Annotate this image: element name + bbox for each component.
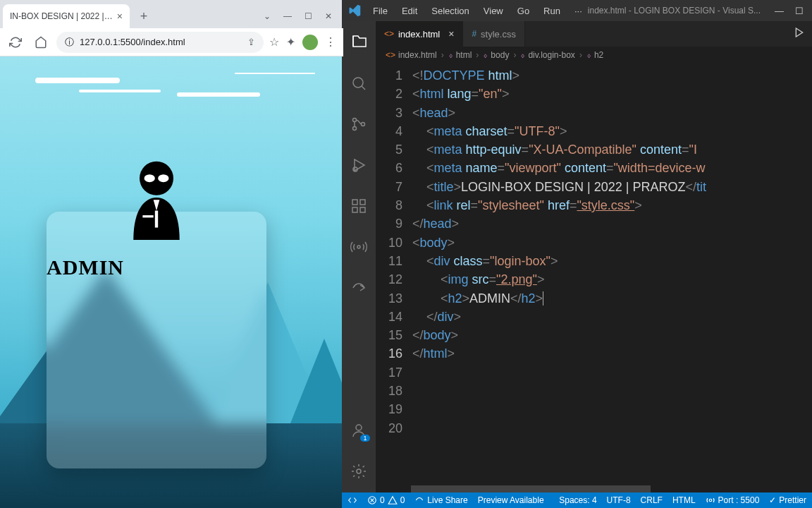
port-indicator[interactable]: Port : 5500: [706, 495, 760, 505]
star-icon[interactable]: ☆: [269, 35, 279, 49]
chevron-down-icon[interactable]: ⌄: [264, 11, 271, 21]
reload-button[interactable]: [6, 32, 25, 52]
element-icon: ⬨: [483, 50, 488, 60]
html-file-icon: <>: [384, 29, 394, 39]
tab-label: style.css: [481, 29, 516, 40]
vscode-titlebar: File Edit Selection View Go Run ··· inde…: [342, 0, 812, 21]
activity-bar: 1: [342, 21, 376, 492]
horizontal-scrollbar[interactable]: [411, 485, 651, 492]
menu-edit[interactable]: Edit: [396, 3, 423, 19]
browser-tab-title: IN-BOX DESIGN | 2022 | PRA: [10, 11, 113, 21]
broadcast-icon[interactable]: [342, 233, 376, 261]
menu-selection[interactable]: Selection: [426, 3, 474, 19]
element-icon: ⬨: [520, 50, 525, 60]
warning-count: 0: [400, 495, 405, 505]
maximize-icon[interactable]: ☐: [304, 11, 312, 21]
language-indicator[interactable]: HTML: [672, 495, 696, 505]
minimize-icon[interactable]: —: [283, 11, 292, 21]
gear-icon[interactable]: [342, 457, 376, 485]
css-file-icon: #: [472, 29, 476, 39]
window-controls: ⌄ — ☐ ✕: [264, 11, 342, 28]
editor-area: <> index.html × # style.css <>index.html…: [376, 21, 812, 492]
extensions-icon[interactable]: [342, 192, 376, 220]
menu-go[interactable]: Go: [512, 3, 535, 19]
browser-toolbar: ⓘ 127.0.0.1:5500/index.html ⇪ ☆ ✦ ⋮: [0, 28, 342, 56]
encoding-indicator[interactable]: UTF-8: [607, 495, 631, 505]
browser-window: IN-BOX DESIGN | 2022 | PRA × + ⌄ — ☐ ✕ ⓘ…: [0, 0, 342, 508]
code-editor[interactable]: 1234567891011121314151617181920 <!DOCTYP…: [376, 64, 812, 492]
tab-index-html[interactable]: <> index.html ×: [376, 21, 463, 47]
info-icon: ⓘ: [65, 36, 74, 49]
explorer-icon[interactable]: [342, 28, 376, 56]
vscode-menu: File Edit Selection View Go Run ···: [367, 3, 588, 19]
vscode-logo-icon: [342, 4, 367, 17]
window-title: index.html - LOGIN BOX DESIGN - Visual S…: [588, 6, 761, 16]
minimize-icon[interactable]: —: [775, 6, 784, 16]
svg-point-7: [352, 119, 356, 122]
svg-point-17: [357, 469, 361, 473]
url-text: 127.0.0.1:5500/index.html: [80, 37, 185, 47]
maximize-icon[interactable]: ☐: [795, 6, 804, 16]
vscode-window: File Edit Selection View Go Run ··· inde…: [342, 0, 812, 508]
html-file-icon: <>: [386, 50, 395, 60]
accounts-badge: 1: [360, 435, 370, 442]
svg-rect-5: [142, 215, 153, 217]
svg-point-3: [158, 174, 168, 182]
remote-indicator[interactable]: [347, 495, 357, 505]
indent-indicator[interactable]: Spaces: 4: [559, 495, 596, 505]
element-icon: ⬨: [448, 50, 453, 60]
source-control-icon[interactable]: [342, 110, 376, 138]
liveshare-arrow-icon[interactable]: [342, 274, 376, 302]
eol-indicator[interactable]: CRLF: [641, 495, 663, 505]
new-tab-button[interactable]: +: [134, 6, 154, 26]
close-icon[interactable]: ×: [117, 11, 123, 22]
close-icon[interactable]: ✕: [325, 11, 332, 21]
tab-style-css[interactable]: # style.css: [463, 21, 525, 47]
svg-point-16: [356, 425, 362, 430]
problems-indicator[interactable]: 0 0: [367, 495, 405, 505]
tab-label: index.html: [398, 29, 440, 40]
line-gutter: 1234567891011121314151617181920: [376, 64, 412, 492]
svg-point-9: [361, 123, 364, 126]
accounts-icon[interactable]: 1: [342, 416, 376, 445]
run-play-icon[interactable]: [794, 27, 805, 41]
address-bar[interactable]: ⓘ 127.0.0.1:5500/index.html ⇪: [56, 32, 264, 53]
menu-overflow[interactable]: ···: [569, 3, 588, 19]
prettier-indicator[interactable]: ✓ Prettier: [769, 495, 806, 505]
share-icon[interactable]: ⇪: [247, 37, 255, 47]
preview-available[interactable]: Preview Available: [478, 495, 544, 505]
svg-rect-12: [360, 200, 365, 205]
svg-point-15: [357, 246, 360, 248]
search-icon[interactable]: [342, 69, 376, 97]
home-button[interactable]: [31, 32, 51, 52]
decorative-clouds: [35, 78, 120, 83]
live-share-button[interactable]: Live Share: [414, 495, 467, 505]
login-heading: ADMIN: [47, 255, 124, 279]
menu-run[interactable]: Run: [538, 3, 566, 19]
browser-tab-strip: IN-BOX DESIGN | 2022 | PRA × + ⌄ — ☐ ✕: [0, 0, 342, 28]
svg-rect-11: [352, 200, 357, 205]
status-bar: 0 0 Live Share Preview Available Spaces:…: [342, 492, 812, 508]
crumb-label: div.login-box: [528, 50, 574, 60]
crumb-label: body: [491, 50, 509, 60]
svg-point-2: [144, 174, 155, 182]
element-icon: ⬨: [586, 50, 591, 60]
menu-file[interactable]: File: [367, 3, 393, 19]
avatar-icon[interactable]: [302, 35, 318, 50]
svg-point-8: [352, 127, 356, 131]
kebab-icon[interactable]: ⋮: [325, 35, 336, 49]
puzzle-icon[interactable]: ✦: [286, 35, 295, 49]
svg-rect-14: [360, 207, 365, 212]
svg-rect-13: [352, 207, 357, 212]
editor-tabs: <> index.html × # style.css: [376, 21, 812, 47]
close-icon[interactable]: ×: [448, 28, 454, 40]
svg-point-6: [353, 78, 363, 87]
admin-avatar-icon: [118, 155, 195, 240]
breadcrumb[interactable]: <>index.html › ⬨html › ⬨body › ⬨div.logi…: [376, 47, 812, 64]
menu-view[interactable]: View: [478, 3, 509, 19]
debug-icon[interactable]: [342, 151, 376, 179]
login-box-card: ADMIN: [47, 212, 266, 468]
crumb-label: index.html: [398, 50, 437, 60]
error-count: 0: [380, 495, 385, 505]
browser-tab[interactable]: IN-BOX DESIGN | 2022 | PRA ×: [3, 4, 130, 28]
